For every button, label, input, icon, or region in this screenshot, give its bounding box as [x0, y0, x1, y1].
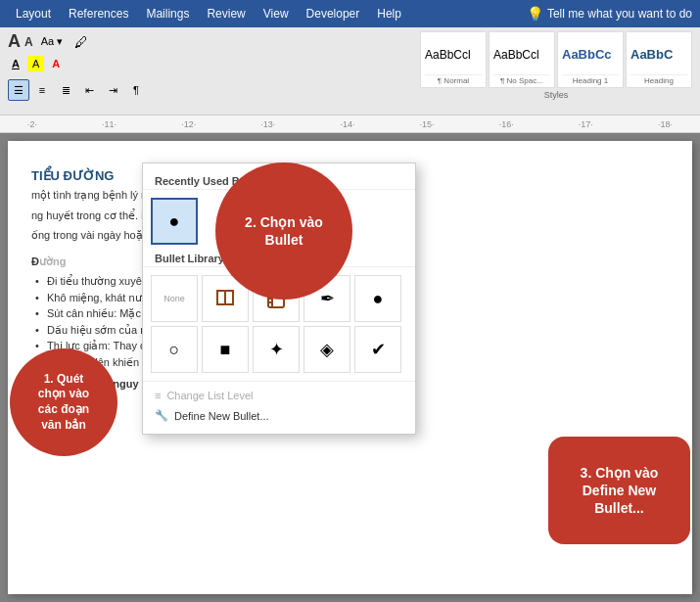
style-no-spacing-label: ¶ No Spac... [493, 74, 550, 85]
ribbon-font-group: A A Aa ▾ 🖊 A A A ☰ ≡ ≣ ⇤ ⇥ ¶ [8, 31, 147, 101]
multilevel-list-btn[interactable]: ≣ [55, 79, 76, 101]
bullet-checkmark[interactable]: ✔ [354, 326, 401, 373]
menu-mailings[interactable]: Mailings [138, 3, 197, 24]
change-list-level-label: Change List Level [166, 390, 253, 401]
font-dropdown-btn[interactable]: Aa ▾ [37, 33, 68, 50]
font-row: A A Aa ▾ 🖊 [8, 31, 147, 52]
indent-left-btn[interactable]: ⇤ [78, 79, 100, 101]
style-heading[interactable]: AaBbC Heading [626, 31, 692, 88]
menu-help[interactable]: Help [369, 3, 409, 24]
style-heading1[interactable]: AaBbCc Heading 1 [557, 31, 624, 88]
bullet-diamond[interactable]: ◈ [303, 326, 350, 373]
menu-bar: Layout References Mailings Review View D… [0, 0, 700, 27]
bullet-outline-circle[interactable]: ○ [151, 326, 198, 373]
numbered-list-btn[interactable]: ≡ [31, 79, 53, 101]
divider1 [143, 381, 415, 382]
menu-developer[interactable]: Developer [299, 3, 368, 24]
normal-preview-text: AaBbCcl [425, 48, 471, 62]
font-a-small: A [24, 35, 33, 49]
style-normal-label: ¶ Normal [425, 74, 482, 85]
bubble-2-text: 2. Chọn vào Bullet [235, 204, 333, 258]
bullet-filled-circle[interactable]: ● [354, 275, 401, 322]
font-a-large: A [8, 31, 21, 52]
style-heading1-label: Heading 1 [562, 74, 619, 85]
bubble-1: 1. Quét chọn vào các đoạn văn bản [10, 348, 117, 456]
paragraph-mark-btn[interactable]: ¶ [125, 79, 147, 101]
style-normal-preview: AaBbCcl [425, 34, 482, 74]
style-heading-label: Heading [630, 74, 687, 85]
define-bullet-icon: 🔧 [155, 409, 168, 422]
bullet-list-btn[interactable]: ☰ [8, 79, 29, 101]
define-new-bullet-label: Define New Bullet... [174, 410, 269, 422]
bubble-1-text: 1. Quét chọn vào các đoạn văn bản [30, 364, 97, 440]
heading-preview-text: AaBbC [630, 47, 673, 62]
styles-section: AaBbCcl ¶ Normal AaBbCcl ¶ No Spac... Aa… [420, 31, 692, 100]
ruler-marks: ·2· ·11· ·12· ·13· ·14· ·15· ·16· ·17· ·… [8, 119, 692, 129]
styles-label: Styles [420, 90, 692, 100]
ribbon: A A Aa ▾ 🖊 A A A ☰ ≡ ≣ ⇤ ⇥ ¶ [0, 27, 700, 116]
list-level-icon: ≡ [155, 390, 161, 401]
menu-references[interactable]: References [61, 3, 136, 24]
style-no-spacing[interactable]: AaBbCcl ¶ No Spac... [489, 31, 555, 88]
bullet-square[interactable]: ■ [202, 326, 249, 373]
bubble-3: 3. Chọn vào Define New Bullet... [548, 437, 690, 544]
change-list-level-item: ≡ Change List Level [143, 386, 415, 405]
paragraph-group: ☰ ≡ ≣ ⇤ ⇥ ¶ [8, 79, 147, 101]
tell-me-text: Tell me what you want to do [547, 7, 692, 21]
define-new-bullet-item[interactable]: 🔧 Define New Bullet... [143, 405, 415, 426]
lightbulb-icon: 💡 [527, 6, 543, 22]
bullet-none[interactable]: None [151, 275, 198, 322]
indent-right-btn[interactable]: ⇥ [102, 79, 123, 101]
no-spacing-preview-text: AaBbCcl [493, 48, 539, 62]
tell-me-bar[interactable]: 💡 Tell me what you want to do [527, 6, 692, 22]
bubble-3-text: 3. Chọn vào Define New Bullet... [571, 454, 669, 528]
font-clear-btn[interactable]: 🖊 [70, 32, 92, 52]
ruler: ·2· ·11· ·12· ·13· ·14· ·15· ·16· ·17· ·… [0, 116, 700, 133]
styles-row: AaBbCcl ¶ Normal AaBbCcl ¶ No Spac... Aa… [420, 31, 692, 88]
menu-layout[interactable]: Layout [8, 3, 59, 24]
heading1-preview-text: AaBbCc [562, 47, 612, 62]
menu-view[interactable]: View [256, 3, 297, 24]
list-icons-row: ☰ ≡ ≣ ⇤ ⇥ ¶ [8, 79, 147, 101]
bullet-recent-circle[interactable]: ● [151, 198, 198, 245]
font-formatting-row: A A A [8, 56, 147, 71]
style-heading-preview: AaBbC [630, 34, 687, 74]
underline-btn[interactable]: A [8, 56, 23, 71]
document-area: TIỂU ĐƯỜNG một tình trạng bệnh lý rối lo… [0, 133, 700, 602]
highlight-btn[interactable]: A [27, 56, 44, 71]
style-no-spacing-preview: AaBbCcl [493, 34, 550, 74]
style-normal[interactable]: AaBbCcl ¶ Normal [420, 31, 487, 88]
font-color-btn[interactable]: A [48, 56, 64, 71]
bubble-2: 2. Chọn vào Bullet [215, 162, 352, 300]
bullet-star4[interactable]: ✦ [253, 326, 300, 373]
style-heading1-preview: AaBbCc [562, 34, 619, 74]
menu-review[interactable]: Review [199, 3, 253, 24]
